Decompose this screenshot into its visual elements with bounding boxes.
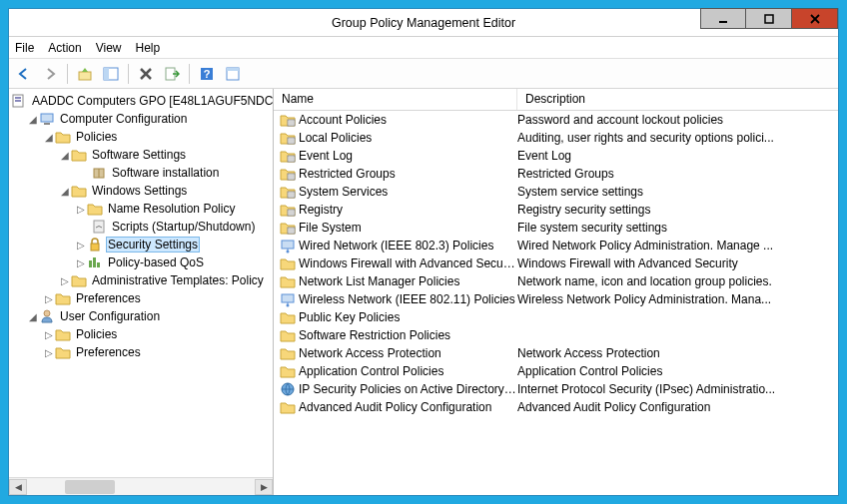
ipsec-icon [280, 381, 296, 397]
folder-icon [280, 327, 296, 343]
maximize-button[interactable] [746, 8, 792, 29]
toolbar: ? [9, 59, 838, 89]
tree-windows-settings[interactable]: ◢ Windows Settings [11, 182, 273, 200]
list-item[interactable]: Event LogEvent Log [274, 147, 838, 165]
titlebar: Group Policy Management Editor [9, 9, 838, 37]
expander-icon[interactable]: ▷ [59, 275, 71, 286]
gpo-icon [11, 93, 27, 109]
net-icon [280, 238, 296, 253]
expander-icon[interactable]: ◢ [59, 150, 71, 161]
expander-icon[interactable]: ▷ [75, 204, 87, 215]
window-controls [700, 8, 838, 29]
tree-scrollbar[interactable]: ◀ ▶ [9, 477, 273, 495]
package-icon [91, 165, 107, 181]
list-item[interactable]: Restricted GroupsRestricted Groups [274, 165, 838, 183]
tree-policy-qos[interactable]: ▷ Policy-based QoS [11, 253, 273, 271]
help-button[interactable]: ? [196, 63, 218, 85]
expander-icon[interactable]: ◢ [27, 311, 39, 322]
list-item[interactable]: IP Security Policies on Active Directory… [274, 380, 838, 398]
folder-icon [71, 183, 87, 199]
list-item-name: Windows Firewall with Advanced Security [299, 256, 517, 270]
svg-rect-45 [288, 228, 295, 234]
list-item[interactable]: File SystemFile system security settings [274, 219, 838, 237]
folder-pol-icon [280, 148, 296, 164]
scroll-right-button[interactable]: ▶ [255, 479, 273, 495]
folder-icon [280, 345, 296, 361]
delete-button[interactable] [135, 63, 157, 85]
up-button[interactable] [74, 63, 96, 85]
list-item[interactable]: System ServicesSystem service settings [274, 183, 838, 201]
tree-name-resolution[interactable]: ▷ Name Resolution Policy [11, 200, 273, 218]
list-item-description: Network Access Protection [517, 346, 838, 360]
svg-rect-25 [97, 262, 100, 267]
export-button[interactable] [161, 63, 183, 85]
folder-pol-icon [280, 130, 296, 146]
scroll-thumb[interactable] [65, 480, 115, 494]
svg-text:?: ? [204, 68, 211, 80]
list-item[interactable]: RegistryRegistry security settings [274, 201, 838, 219]
list-item-name: Local Policies [299, 131, 372, 145]
expander-icon[interactable]: ◢ [59, 186, 71, 197]
qos-icon [87, 254, 103, 270]
expander-icon[interactable]: ▷ [75, 257, 87, 268]
list-item-description: Event Log [517, 149, 838, 163]
svg-rect-23 [89, 260, 92, 267]
list-item[interactable]: Network List Manager PoliciesNetwork nam… [274, 272, 838, 290]
window: Group Policy Management Editor File Acti… [8, 8, 839, 496]
properties-button[interactable] [222, 63, 244, 85]
tree-root[interactable]: AADDC Computers GPO [E48L1AGUF5NDC\ [11, 92, 273, 110]
tree-policies[interactable]: ◢ Policies [11, 128, 273, 146]
tree-software-settings[interactable]: ◢ Software Settings [11, 146, 273, 164]
tree-scripts[interactable]: Scripts (Startup/Shutdown) [11, 218, 273, 236]
tree-admin-templates[interactable]: ▷ Administrative Templates: Policy [11, 271, 273, 289]
tree-preferences[interactable]: ▷ Preferences [11, 289, 273, 307]
tree-software-installation[interactable]: Software installation [11, 164, 273, 182]
menu-action[interactable]: Action [48, 41, 81, 55]
expander-icon[interactable]: ◢ [43, 132, 55, 143]
list-item[interactable]: Account PoliciesPassword and account loc… [274, 111, 838, 129]
show-hide-tree-button[interactable] [100, 63, 122, 85]
list-item[interactable]: Software Restriction Policies [274, 326, 838, 344]
svg-rect-1 [765, 15, 773, 23]
tree-computer-config[interactable]: ◢ Computer Configuration [11, 110, 273, 128]
menu-view[interactable]: View [96, 41, 122, 55]
tree-preferences-2[interactable]: ▷ Preferences [11, 343, 273, 361]
column-description[interactable]: Description [517, 89, 838, 110]
tree-policies-2[interactable]: ▷ Policies [11, 325, 273, 343]
list-item-name: Wireless Network (IEEE 802.11) Policies [299, 292, 515, 306]
expander-icon[interactable]: ▷ [43, 329, 55, 340]
list-item-description: Wired Network Policy Administration. Man… [517, 239, 838, 252]
menu-file[interactable]: File [15, 41, 34, 55]
list-item-name: Account Policies [299, 113, 387, 127]
minimize-button[interactable] [700, 8, 746, 29]
list-item[interactable]: Windows Firewall with Advanced SecurityW… [274, 254, 838, 272]
scroll-track[interactable] [27, 479, 255, 495]
list-item[interactable]: Public Key Policies [274, 308, 838, 326]
svg-rect-27 [288, 120, 295, 126]
expander-icon[interactable]: ▷ [75, 240, 87, 251]
scroll-left-button[interactable]: ◀ [9, 479, 27, 495]
expander-icon[interactable]: ◢ [27, 114, 39, 125]
folder-icon [280, 309, 296, 325]
list-item[interactable]: Local PoliciesAuditing, user rights and … [274, 129, 838, 147]
back-button[interactable] [13, 63, 35, 85]
list-item[interactable]: Wired Network (IEEE 802.3) PoliciesWired… [274, 237, 838, 254]
tree-user-config[interactable]: ◢ User Configuration [11, 307, 273, 325]
menubar: File Action View Help [9, 37, 838, 59]
list-item[interactable]: Wireless Network (IEEE 802.11) PoliciesW… [274, 290, 838, 308]
tree[interactable]: AADDC Computers GPO [E48L1AGUF5NDC\ ◢ Co… [9, 89, 273, 477]
expander-icon[interactable]: ▷ [43, 293, 55, 304]
folder-pol-icon [280, 112, 296, 128]
list-item-description: Internet Protocol Security (IPsec) Admin… [517, 382, 838, 396]
tree-security-settings[interactable]: ▷ Security Settings [11, 236, 273, 253]
security-icon [87, 237, 103, 252]
menu-help[interactable]: Help [136, 41, 161, 55]
expander-icon[interactable]: ▷ [43, 347, 55, 358]
close-button[interactable] [792, 8, 838, 29]
list-item[interactable]: Network Access ProtectionNetwork Access … [274, 344, 838, 362]
list-item[interactable]: Application Control PoliciesApplication … [274, 362, 838, 380]
column-name[interactable]: Name [274, 89, 517, 110]
folder-icon [280, 363, 296, 379]
list-item[interactable]: Advanced Audit Policy ConfigurationAdvan… [274, 398, 838, 416]
forward-button[interactable] [39, 63, 61, 85]
